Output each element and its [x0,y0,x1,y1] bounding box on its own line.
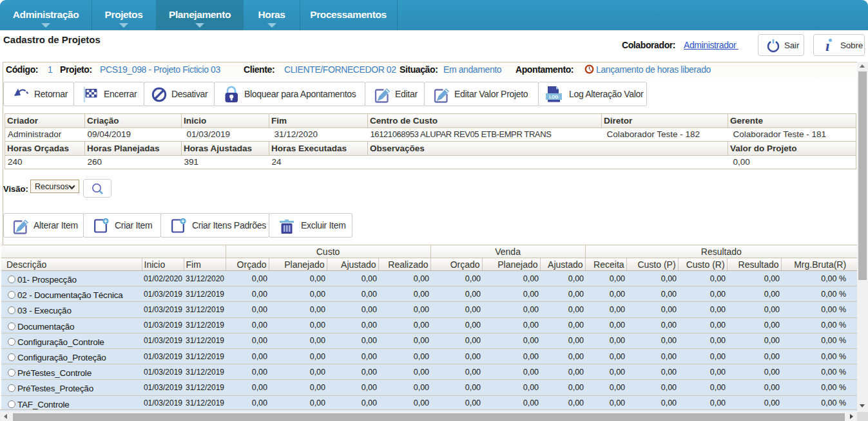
svg-text:LOG: LOG [549,95,558,99]
